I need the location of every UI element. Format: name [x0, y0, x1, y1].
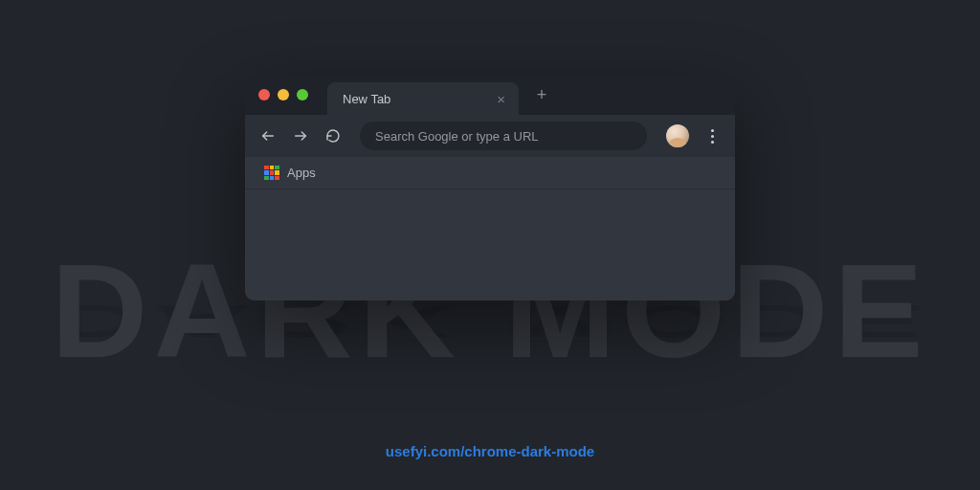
new-tab-button[interactable]: +: [528, 81, 555, 108]
apps-shortcut[interactable]: Apps: [258, 162, 322, 185]
kebab-dot-icon: [711, 135, 714, 138]
kebab-dot-icon: [711, 141, 714, 144]
address-bar-placeholder: Search Google or type a URL: [375, 129, 539, 144]
bookmarks-bar: Apps: [245, 157, 735, 189]
minimize-window-button[interactable]: [278, 89, 289, 100]
reload-button[interactable]: [320, 122, 346, 149]
footer-url[interactable]: usefyi.com/chrome-dark-mode: [0, 443, 980, 459]
browser-window: New Tab × + Search Google or type a URL: [245, 75, 735, 301]
toolbar: Search Google or type a URL: [245, 115, 735, 157]
chrome-menu-button[interactable]: [699, 122, 725, 149]
address-bar[interactable]: Search Google or type a URL: [360, 122, 647, 150]
plus-icon: +: [537, 85, 547, 105]
apps-grid-icon: [264, 166, 279, 181]
tab-title: New Tab: [343, 92, 493, 106]
page-content: [245, 189, 735, 301]
forward-button[interactable]: [287, 122, 314, 149]
arrow-right-icon: [293, 128, 308, 144]
close-tab-icon[interactable]: ×: [493, 91, 509, 107]
back-button[interactable]: [255, 122, 281, 149]
window-controls: [258, 89, 308, 100]
tab-new-tab[interactable]: New Tab ×: [327, 82, 519, 115]
tab-strip: New Tab × +: [245, 75, 735, 115]
apps-label: Apps: [287, 166, 316, 180]
profile-avatar[interactable]: [666, 124, 689, 147]
reload-icon: [325, 128, 341, 144]
maximize-window-button[interactable]: [297, 89, 308, 100]
close-window-button[interactable]: [258, 89, 270, 100]
arrow-left-icon: [260, 128, 276, 144]
kebab-dot-icon: [711, 129, 714, 132]
